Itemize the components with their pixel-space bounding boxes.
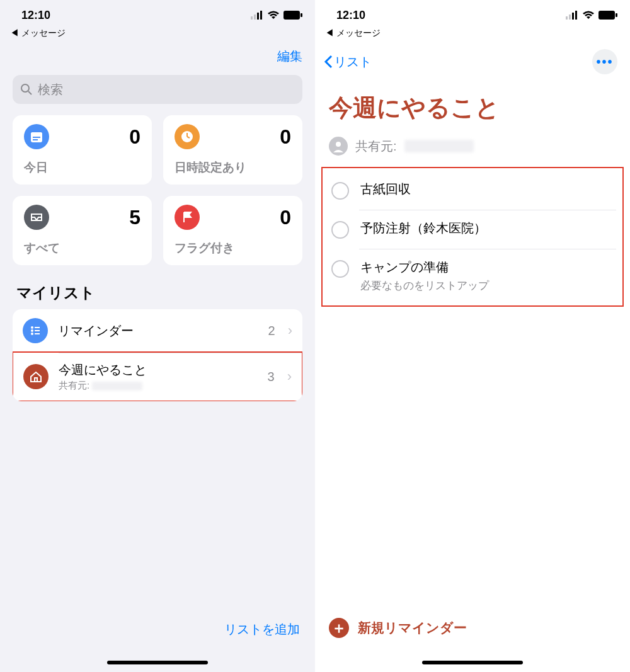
svg-rect-24 — [575, 11, 577, 20]
edit-button[interactable]: 編集 — [277, 48, 302, 65]
card-flagged-count: 0 — [280, 206, 291, 229]
back-to-app[interactable]: ◀ メッセージ — [315, 28, 630, 39]
svg-point-27 — [336, 142, 341, 147]
list-title: 今週にやること — [315, 77, 630, 133]
reminder-row[interactable]: 古紙回収 — [323, 171, 622, 210]
reminder-row[interactable]: 予防注射（鈴木医院） — [323, 210, 622, 249]
smart-list-cards: 0 今日 0 日時設定あり 5 すべて — [0, 115, 315, 265]
card-scheduled-count: 0 — [280, 125, 291, 149]
svg-rect-2 — [257, 13, 259, 20]
list-count: 3 — [268, 370, 275, 384]
chevron-right-icon: › — [288, 322, 292, 339]
reminders-home-screen: 12:10 ◀ メッセージ 編集 検索 0 今日 — [0, 0, 315, 672]
chevron-right-icon: › — [287, 368, 292, 385]
battery-icon — [284, 11, 302, 20]
plus-icon: ＋ — [329, 618, 349, 638]
svg-rect-23 — [572, 13, 574, 20]
svg-point-15 — [31, 326, 33, 329]
reminder-title: 古紙回収 — [360, 181, 616, 198]
svg-rect-16 — [35, 327, 40, 328]
mylist-header: マイリスト — [0, 265, 315, 309]
calendar-icon — [24, 124, 49, 149]
list-count: 2 — [268, 324, 275, 338]
reminder-title: 予防注射（鈴木医院） — [360, 220, 616, 237]
shared-from-label: 共有元: — [355, 138, 397, 155]
status-time: 12:10 — [336, 9, 365, 22]
svg-rect-10 — [33, 137, 40, 138]
card-today-count: 0 — [129, 125, 140, 149]
complete-toggle[interactable] — [331, 182, 349, 200]
search-input[interactable]: 検索 — [13, 75, 302, 104]
card-flagged-label: フラグ付き — [175, 240, 291, 256]
svg-rect-5 — [301, 13, 302, 17]
svg-line-7 — [28, 91, 32, 94]
my-lists: リマインダー 2 › 今週にやること 共有元: 3 › — [13, 309, 302, 401]
back-to-app[interactable]: ◀ メッセージ — [0, 28, 315, 39]
wifi-icon — [582, 11, 595, 20]
wifi-icon — [267, 11, 280, 20]
card-flagged[interactable]: 0 フラグ付き — [163, 196, 302, 265]
back-label: リスト — [334, 54, 372, 71]
svg-rect-22 — [569, 14, 571, 20]
reminder-row[interactable]: キャンプの準備 必要なものをリストアップ — [323, 249, 622, 303]
card-scheduled[interactable]: 0 日時設定あり — [163, 115, 302, 185]
house-icon — [23, 364, 49, 389]
svg-rect-3 — [260, 11, 262, 20]
add-list-button[interactable]: リストを追加 — [224, 622, 300, 636]
card-all-count: 5 — [129, 206, 140, 229]
flag-icon — [175, 205, 200, 230]
battery-icon — [598, 11, 617, 20]
list-shared-from: 共有元: — [59, 380, 258, 392]
status-bar: 12:10 — [315, 0, 630, 30]
clock-icon — [175, 124, 200, 149]
home-indicator[interactable] — [107, 661, 208, 664]
list-row-reminders[interactable]: リマインダー 2 › — [13, 309, 302, 352]
reminder-title: キャンプの準備 — [360, 259, 616, 276]
more-button[interactable]: ••• — [592, 49, 617, 74]
avatar-icon — [329, 137, 348, 156]
status-time: 12:10 — [21, 9, 50, 22]
shared-from-row[interactable]: 共有元: — [315, 133, 630, 167]
svg-rect-26 — [616, 13, 617, 17]
card-today-label: 今日 — [24, 159, 140, 176]
reminder-note: 必要なものをリストアップ — [360, 278, 616, 293]
svg-point-17 — [31, 329, 33, 332]
list-title: リマインダー — [58, 322, 258, 339]
svg-point-19 — [31, 333, 33, 335]
complete-toggle[interactable] — [331, 221, 349, 239]
card-all-label: すべて — [24, 240, 140, 256]
reminders-list: 古紙回収 予防注射（鈴木医院） キャンプの準備 必要なものをリストアップ — [321, 167, 624, 307]
svg-rect-11 — [33, 139, 38, 140]
cellular-icon — [251, 11, 263, 20]
search-placeholder: 検索 — [38, 81, 63, 98]
card-today[interactable]: 0 今日 — [13, 115, 152, 185]
cellular-icon — [566, 11, 578, 20]
svg-rect-1 — [254, 14, 256, 20]
new-reminder-button[interactable]: ＋ 新規リマインダー — [329, 618, 616, 638]
ellipsis-icon: ••• — [596, 55, 613, 69]
back-button[interactable]: リスト — [324, 54, 372, 71]
nav-bar: 編集 — [0, 44, 315, 71]
card-all[interactable]: 5 すべて — [13, 196, 152, 265]
redacted-name — [404, 140, 474, 152]
chevron-left-icon — [324, 55, 333, 69]
svg-rect-4 — [284, 11, 300, 20]
svg-rect-9 — [31, 132, 42, 135]
list-title: 今週にやること — [59, 362, 258, 379]
list-bullet-icon — [23, 318, 48, 343]
list-row-this-week[interactable]: 今週にやること 共有元: 3 › — [13, 351, 302, 401]
status-icons — [251, 11, 302, 20]
svg-point-6 — [21, 84, 29, 92]
home-indicator[interactable] — [422, 661, 523, 664]
search-icon — [20, 83, 33, 96]
svg-rect-25 — [598, 11, 615, 20]
svg-rect-0 — [251, 16, 253, 20]
nav-bar: リスト ••• — [315, 44, 630, 77]
inbox-icon — [24, 205, 49, 230]
svg-rect-18 — [35, 330, 40, 331]
new-reminder-label: 新規リマインダー — [358, 619, 467, 637]
card-scheduled-label: 日時設定あり — [175, 159, 291, 176]
complete-toggle[interactable] — [331, 260, 349, 278]
status-icons — [566, 11, 617, 20]
svg-rect-21 — [566, 16, 568, 20]
